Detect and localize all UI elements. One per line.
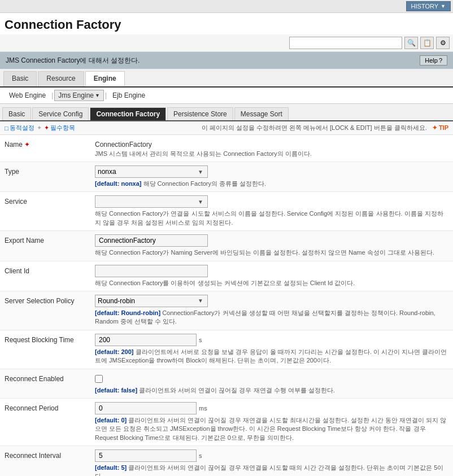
sub-tab-jms-engine[interactable]: Jms Engine ▼ — [54, 90, 104, 101]
field-request-blocking-time-content: s [default: 200] 클라이언트에서 서버로 요청을 보낼 경우 응… — [95, 334, 448, 365]
settings-button[interactable]: ⚙ — [436, 37, 450, 49]
field-client-id-row: Client Id 해당 Connection Factory를 이용하여 생성… — [0, 261, 453, 291]
help-button[interactable]: Help ? — [420, 55, 447, 65]
description-text: JMS Connection Factory에 대해서 설정한다. — [6, 56, 140, 65]
history-arrow-icon: ▼ — [441, 3, 446, 9]
section-tabs: Basic Service Config Connection Factory … — [0, 104, 453, 121]
field-reconnect-interval-unit: s — [199, 452, 202, 459]
help-label: Help — [425, 57, 438, 64]
form-container: Name ✦ ConnectionFactory JMS 시스템 내에서 관리의… — [0, 135, 453, 476]
field-reconnect-interval-description: [default: 5] 클라이언트와 서버의 연결이 끊어질 경우 재연결을 … — [95, 464, 448, 476]
sub-tab-divider-2: | — [104, 91, 108, 99]
field-export-name-input[interactable] — [95, 234, 208, 247]
field-request-blocking-time-unit: s — [199, 337, 202, 343]
field-server-selection-policy-row: Server Selection Policy Round-robin Rand… — [0, 291, 453, 330]
sub-tab-jms-label: Jms Engine — [58, 91, 94, 99]
field-reconnect-enabled-checkbox[interactable] — [95, 375, 103, 383]
field-service-description: 해당 Connection Factory가 연결을 시도할 서비스의 이름을 … — [95, 209, 448, 227]
search-button[interactable]: 🔍 — [404, 37, 418, 49]
required-icon: ✦ — [44, 124, 49, 132]
field-service-content: ▼ 해당 Connection Factory가 연결을 시도할 서비스의 이름… — [95, 195, 448, 227]
field-server-selection-policy-select-wrap: Round-robin Random ▼ — [95, 295, 448, 307]
sub-tab-web-engine[interactable]: Web Engine — [5, 90, 50, 101]
field-reconnect-period-row: Reconnect Period ms [default: 0] 클라이언트와 … — [0, 399, 453, 446]
sub-tab-ejb-engine[interactable]: Ejb Engine — [108, 90, 150, 101]
history-label: HISTORY — [411, 3, 439, 10]
tab-basic[interactable]: Basic — [3, 71, 37, 86]
tab-engine[interactable]: Engine — [85, 71, 125, 86]
field-reconnect-interval-input-wrap: s — [95, 449, 448, 462]
section-tab-connection-factory[interactable]: Connection Factory — [90, 107, 166, 120]
field-reconnect-interval-label: Reconnect Interval — [5, 449, 95, 460]
field-type-select-wrap: nonxa xa ▼ — [95, 165, 448, 178]
tab-resource[interactable]: Resource — [38, 71, 84, 86]
field-export-name-description: 해당 Connection Factory가 Naming Server에 바인… — [95, 248, 448, 257]
field-client-id-input[interactable] — [95, 265, 208, 277]
field-server-selection-policy-select[interactable]: Round-robin Random — [95, 295, 208, 307]
field-reconnect-enabled-content: [default: false] 클라이언트와 서버의 연결이 끊어질 경우 재… — [95, 373, 448, 395]
field-export-name-label: Export Name — [5, 234, 95, 244]
field-name-description: JMS 시스템 내에서 관리의 목적으로 사용되는 Connection Fac… — [95, 150, 448, 158]
field-server-selection-policy-label: Server Selection Policy — [5, 295, 95, 305]
required-label: 필수항목 — [50, 124, 75, 132]
field-export-name-row: Export Name 해당 Connection Factory가 Namin… — [0, 231, 453, 261]
field-request-blocking-time-label: Request Blocking Time — [5, 334, 95, 344]
field-name-row: Name ✦ ConnectionFactory JMS 시스템 내에서 관리의… — [0, 135, 453, 162]
sub-tab-divider-1: | — [50, 91, 54, 99]
field-request-blocking-time-row: Request Blocking Time s [default: 200] 클… — [0, 330, 453, 369]
field-name-content: ConnectionFactory JMS 시스템 내에서 관리의 목적으로 사… — [95, 138, 448, 158]
description-bar: JMS Connection Factory에 대해서 설정한다. Help ? — [0, 52, 453, 69]
field-reconnect-period-input[interactable] — [95, 402, 197, 414]
field-service-select[interactable] — [95, 195, 208, 208]
field-service-select-wrap: ▼ — [95, 195, 448, 208]
toolbar: 🔍 📋 ⚙ — [0, 34, 453, 52]
field-request-blocking-time-description: [default: 200] 클라이언트에서 서버로 요청을 보낼 경우 응답이… — [95, 348, 448, 365]
field-client-id-content: 해당 Connection Factory를 이용하여 생성되는 커넥션에 기본… — [95, 265, 448, 287]
field-reconnect-enabled-description: [default: false] 클라이언트와 서버의 연결이 끊어질 경우 재… — [95, 386, 448, 395]
action-bar: □ 동적설정 ✦ ✦ 필수항목 이 페이지의 설정을 수정하려면 왼쪽 메뉴에서… — [0, 121, 453, 135]
field-client-id-description: 해당 Connection Factory를 이용하여 생성되는 커넥션에 기본… — [95, 279, 448, 287]
field-reconnect-interval-input[interactable] — [95, 449, 197, 462]
section-tab-basic[interactable]: Basic — [2, 107, 31, 120]
field-type-content: nonxa xa ▼ [default: nonxa] 해당 Connectio… — [95, 165, 448, 188]
field-service-label: Service — [5, 195, 95, 206]
settings-label: 동적설정 — [10, 124, 34, 132]
main-tabs: Basic Resource Engine — [0, 69, 453, 88]
top-bar: HISTORY ▼ — [0, 0, 453, 13]
action-bar-tip: 이 페이지의 설정을 수정하려면 왼쪽 메뉴에서 [LOCK & EDIT] 버… — [202, 124, 448, 132]
field-reconnect-interval-row: Reconnect Interval s [default: 5] 클라이언트와… — [0, 446, 453, 476]
field-request-blocking-time-input[interactable] — [95, 334, 197, 346]
upload-button[interactable]: 📋 — [420, 37, 434, 49]
field-type-row: Type nonxa xa ▼ [default: nonxa] 해당 Conn… — [0, 162, 453, 192]
field-server-selection-policy-description: [default: Round-robin] ConnectionFactory… — [95, 309, 448, 326]
field-server-selection-policy-content: Round-robin Random ▼ [default: Round-rob… — [95, 295, 448, 326]
action-bar-divider: ✦ — [37, 124, 42, 132]
field-reconnect-enabled-label: Reconnect Enabled — [5, 373, 95, 383]
field-reconnect-enabled-row: Reconnect Enabled [default: false] 클라이언트… — [0, 369, 453, 399]
field-type-select[interactable]: nonxa xa — [95, 165, 208, 178]
section-tab-persistence-store[interactable]: Persistence Store — [167, 107, 233, 120]
field-reconnect-interval-content: s [default: 5] 클라이언트와 서버의 연결이 끊어질 경우 재연결… — [95, 449, 448, 476]
field-name-value: ConnectionFactory — [95, 138, 448, 149]
page-title: Connection Factory — [0, 13, 453, 34]
sub-tab-jms-arrow-icon: ▼ — [95, 93, 100, 98]
field-service-row: Service ▼ 해당 Connection Factory가 연결을 시도할… — [0, 192, 453, 231]
field-client-id-label: Client Id — [5, 265, 95, 275]
field-name-label: Name ✦ — [5, 138, 95, 149]
section-tab-service-config[interactable]: Service Config — [32, 107, 89, 120]
field-reconnect-period-description: [default: 0] 클라이언트와 서버의 연결이 끊어질 경우 재연결을 … — [95, 416, 448, 442]
help-icon: ? — [439, 57, 442, 64]
field-reconnect-period-unit: ms — [199, 405, 207, 412]
search-input[interactable] — [289, 37, 402, 49]
tip-icon: ✦ TIP — [432, 124, 448, 131]
field-type-label: Type — [5, 165, 95, 176]
field-type-description: [default: nonxa] 해당 Connection Factory의 … — [95, 180, 448, 188]
history-button[interactable]: HISTORY ▼ — [406, 1, 451, 11]
required-link[interactable]: ✦ 필수항목 — [44, 124, 75, 132]
field-reconnect-period-label: Reconnect Period — [5, 402, 95, 412]
settings-link[interactable]: □ 동적설정 — [5, 124, 34, 132]
field-request-blocking-time-input-wrap: s — [95, 334, 448, 346]
field-export-name-content: 해당 Connection Factory가 Naming Server에 바인… — [95, 234, 448, 257]
name-required-icon: ✦ — [24, 141, 30, 149]
section-tab-message-sort[interactable]: Message Sort — [234, 107, 289, 120]
